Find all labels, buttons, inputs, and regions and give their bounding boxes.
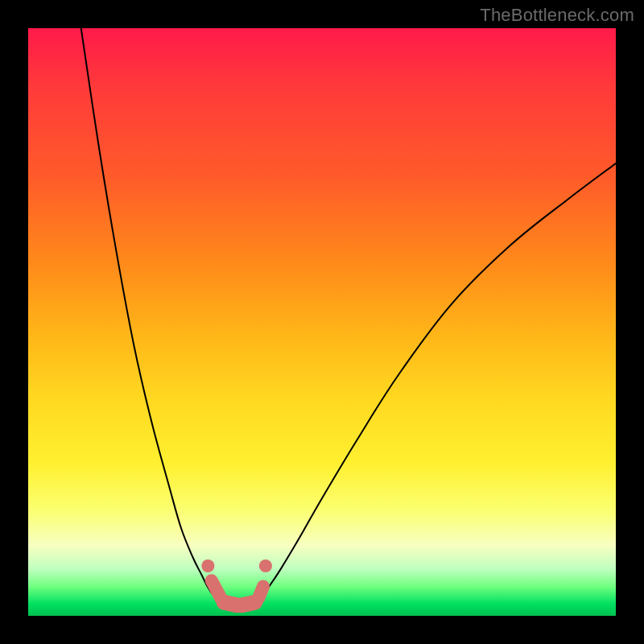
curve-group — [81, 28, 616, 607]
marker-group — [201, 559, 272, 605]
marker-dot-0 — [201, 559, 214, 572]
chart-frame: TheBottleneck.com — [0, 0, 644, 644]
marker-dot-1 — [259, 559, 272, 572]
marker-capsule-5 — [258, 587, 263, 599]
series-left-branch — [81, 28, 225, 604]
plot-area — [28, 28, 616, 616]
marker-capsule-4 — [242, 602, 255, 605]
bottleneck-curve-svg — [28, 28, 616, 616]
marker-capsule-2 — [212, 580, 221, 598]
series-right-branch — [254, 163, 616, 605]
watermark-text: TheBottleneck.com — [480, 5, 634, 26]
